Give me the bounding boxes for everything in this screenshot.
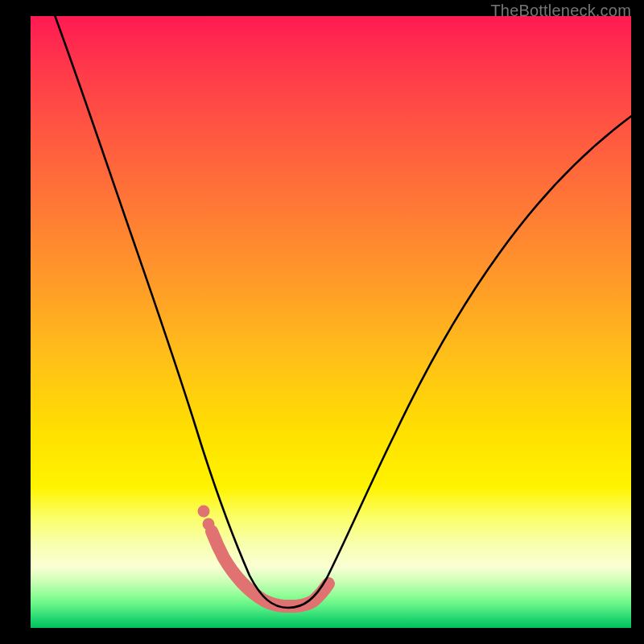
- chart-svg: [31, 16, 631, 628]
- bottleneck-curve: [52, 6, 636, 608]
- chart-canvas: TheBottleneck.com: [0, 0, 644, 644]
- highlight-dot: [198, 506, 210, 518]
- watermark-text: TheBottleneck.com: [490, 2, 631, 20]
- plot-area: [31, 16, 631, 628]
- optimal-range-highlight: [212, 531, 328, 606]
- highlight-dot: [203, 518, 215, 530]
